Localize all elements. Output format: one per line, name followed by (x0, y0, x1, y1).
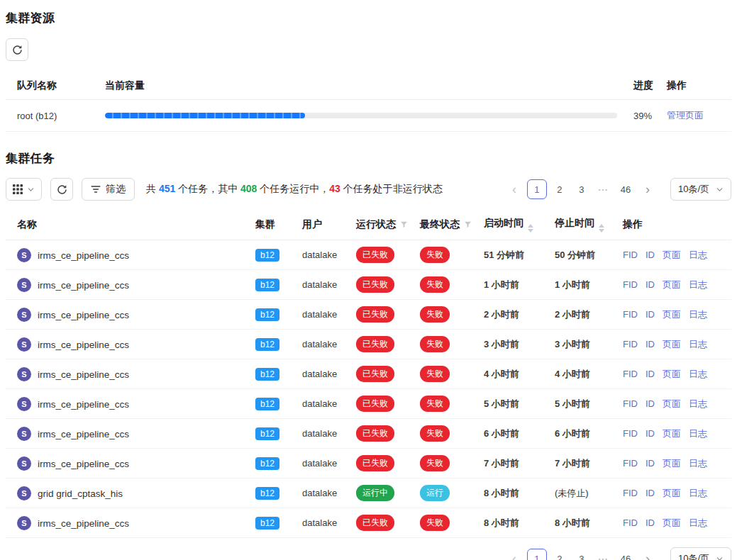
task-stop-time: 4 小时前 (543, 359, 611, 389)
start-time-sorter-icon[interactable] (528, 224, 533, 233)
fid-link[interactable]: FID (623, 339, 638, 349)
page-link[interactable]: 页面 (663, 517, 681, 528)
task-stop-time: 1 小时前 (543, 270, 611, 300)
col-run-status: 运行状态 (345, 210, 409, 240)
pagination-page-2[interactable]: 2 (550, 549, 569, 560)
log-link[interactable]: 日志 (689, 339, 707, 349)
fid-link[interactable]: FID (623, 279, 638, 290)
log-link[interactable]: 日志 (689, 369, 707, 379)
page-link[interactable]: 页面 (663, 488, 681, 498)
page-link[interactable]: 页面 (663, 250, 681, 260)
log-link[interactable]: 日志 (689, 309, 707, 320)
page-link[interactable]: 页面 (663, 309, 681, 320)
refresh-icon (57, 184, 67, 195)
id-link[interactable]: ID (645, 517, 655, 528)
pagination-page-46[interactable]: 46 (616, 549, 635, 560)
resources-refresh-button[interactable] (6, 38, 28, 61)
fid-link[interactable]: FID (623, 309, 638, 320)
page-link[interactable]: 页面 (663, 428, 681, 439)
progress-percent: 39% (633, 111, 667, 121)
col-user-label: 用户 (302, 218, 322, 230)
page-link[interactable]: 页面 (663, 458, 681, 469)
log-link[interactable]: 日志 (689, 428, 707, 439)
task-avatar: S (17, 516, 31, 530)
pagination-prev-button[interactable]: ‹ (505, 179, 523, 199)
id-link[interactable]: ID (645, 279, 655, 290)
id-link[interactable]: ID (645, 309, 655, 320)
task-name: irms_ce_pipeline_ccs (38, 517, 129, 528)
page-size-label: 10条/页 (678, 183, 709, 196)
task-name-cell: Sirms_ce_pipeline_ccs (6, 300, 244, 330)
log-link[interactable]: 日志 (689, 488, 707, 498)
id-link[interactable]: ID (645, 458, 655, 469)
task-stop-time: 7 小时前 (543, 449, 611, 478)
pagination-page-46[interactable]: 46 (616, 179, 635, 199)
view-grid-dropdown-button[interactable] (6, 178, 42, 201)
pagination-next-button[interactable]: › (638, 549, 657, 560)
id-link[interactable]: ID (645, 398, 655, 409)
pagination-page-1[interactable]: 1 (527, 179, 547, 199)
pagination-page-3[interactable]: 3 (572, 549, 591, 560)
task-name: irms_ce_pipeline_ccs (38, 398, 129, 409)
tasks-refresh-button[interactable] (50, 178, 73, 201)
id-link[interactable]: ID (645, 339, 655, 349)
final-status-badge: 失败 (420, 425, 450, 442)
id-link[interactable]: ID (645, 250, 655, 260)
task-name-cell: Sirms_ce_pipeline_ccs (6, 389, 244, 419)
task-row: Sirms_ce_pipeline_ccs b12 datalake 已失败 失… (6, 508, 731, 538)
id-link[interactable]: ID (645, 428, 655, 439)
task-summary: 共 451 个任务，其中 408 个任务运行中，43 个任务处于非运行状态 (146, 183, 443, 196)
final-status-filter-icon[interactable] (464, 219, 472, 230)
run-status-badge: 已失败 (356, 366, 394, 382)
fid-link[interactable]: FID (623, 488, 638, 498)
filter-button[interactable]: 筛选 (82, 178, 135, 201)
task-avatar: S (17, 308, 31, 322)
run-status-filter-icon[interactable] (400, 219, 408, 230)
log-link[interactable]: 日志 (689, 250, 707, 260)
run-status-badge: 已失败 (356, 247, 394, 263)
task-start-time: 1 小时前 (472, 270, 543, 300)
page-link[interactable]: 页面 (663, 369, 681, 379)
final-status-badge: 失败 (420, 455, 450, 471)
summary-part-3: 个任务运行中， (257, 183, 329, 194)
log-link[interactable]: 日志 (689, 517, 707, 528)
final-status-badge: 失败 (420, 366, 450, 382)
pagination-next-button[interactable]: › (638, 179, 657, 199)
pagination-prev-button[interactable]: ‹ (505, 549, 523, 560)
task-row: Sirms_ce_pipeline_ccs b12 datalake 已失败 失… (6, 270, 731, 300)
task-row: Sirms_ce_pipeline_ccs b12 datalake 已失败 失… (6, 449, 731, 478)
col-name-label: 名称 (17, 218, 37, 230)
task-user: datalake (291, 478, 345, 508)
fid-link[interactable]: FID (623, 517, 638, 528)
pagination-page-1[interactable]: 1 (527, 549, 547, 560)
page-link[interactable]: 页面 (663, 339, 681, 349)
task-user: datalake (291, 419, 345, 449)
fid-link[interactable]: FID (623, 428, 638, 439)
pagination-ellipsis[interactable]: ••• (594, 549, 613, 560)
id-link[interactable]: ID (645, 369, 655, 379)
resources-toolbar (6, 38, 731, 61)
cluster-tag: b12 (255, 308, 279, 321)
manage-page-link[interactable]: 管理页面 (667, 110, 704, 121)
log-link[interactable]: 日志 (689, 279, 707, 290)
progress-fill (105, 113, 305, 118)
log-link[interactable]: 日志 (689, 458, 707, 469)
page-link[interactable]: 页面 (663, 279, 681, 290)
fid-link[interactable]: FID (623, 369, 638, 379)
task-avatar: S (17, 248, 31, 262)
page-link[interactable]: 页面 (663, 398, 681, 409)
id-link[interactable]: ID (645, 488, 655, 498)
fid-link[interactable]: FID (623, 458, 638, 469)
pagination-page-2[interactable]: 2 (550, 179, 569, 199)
col-start-time: 启动时间 (472, 210, 543, 240)
log-link[interactable]: 日志 (689, 398, 707, 409)
capacity-progress-bar (105, 113, 617, 118)
pagination-ellipsis[interactable]: ••• (594, 179, 613, 199)
page-size-select[interactable]: 10条/页 (670, 547, 731, 560)
fid-link[interactable]: FID (623, 250, 638, 260)
summary-part-4: 个任务处于非运行状态 (340, 183, 443, 194)
stop-time-sorter-icon[interactable] (599, 224, 604, 233)
pagination-page-3[interactable]: 3 (572, 179, 591, 199)
fid-link[interactable]: FID (623, 398, 638, 409)
page-size-select[interactable]: 10条/页 (670, 178, 731, 201)
